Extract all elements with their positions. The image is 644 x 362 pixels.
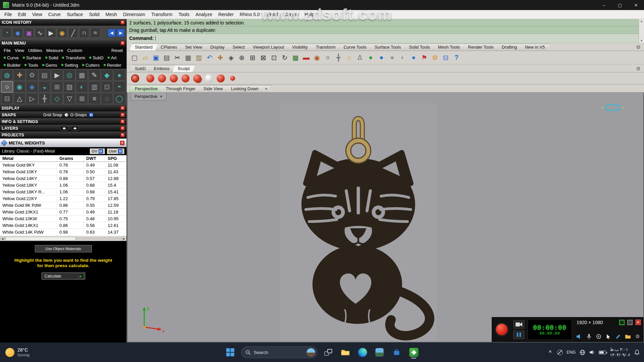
menu-analyze[interactable]: Analyze xyxy=(193,10,215,19)
start-button[interactable] xyxy=(224,345,237,359)
layer-visibility-icon[interactable] xyxy=(60,126,68,131)
zoom-window-icon[interactable]: ⊞ xyxy=(248,53,258,63)
tab-visibility[interactable]: Visibility xyxy=(287,44,313,51)
grid-tool-icon[interactable]: ⊞ xyxy=(51,81,63,93)
sphere-tool-icon[interactable]: ● xyxy=(113,69,125,81)
tray-expand-icon[interactable]: ^ xyxy=(547,348,553,356)
main-menu-curve[interactable]: Curve xyxy=(2,55,20,60)
flag-icon[interactable]: ⚑ xyxy=(419,53,429,63)
columns-tool-icon[interactable]: ▥ xyxy=(88,81,100,93)
rotate-view-icon[interactable]: ↻ xyxy=(280,53,290,63)
paste-icon[interactable]: ▥ xyxy=(194,53,204,63)
minus-box-tool-icon[interactable]: ⊟ xyxy=(1,93,13,104)
menu-curve[interactable]: Curve xyxy=(45,10,64,19)
menu-rhino-5-0[interactable]: Rhino 5.0 xyxy=(237,10,263,19)
dome-tool-icon[interactable]: ◒ xyxy=(39,81,51,93)
history-pick-icon[interactable]: ▶ xyxy=(46,28,56,38)
menu-blend[interactable]: Blend xyxy=(263,10,281,19)
main-menu-render[interactable]: Render xyxy=(102,63,123,68)
history-back-icon[interactable]: ◀ xyxy=(108,29,116,37)
close-icon[interactable]: ✕ xyxy=(120,126,125,130)
layer-visibility-icon[interactable] xyxy=(70,126,79,131)
column-header-grams[interactable]: Grams xyxy=(57,155,84,162)
metal-row[interactable]: White Gold:9K PdW0.860.5512.59 xyxy=(0,202,126,209)
metal-table-scrollbar[interactable]: ◀ ▶ xyxy=(0,236,126,241)
tab-select[interactable]: Select xyxy=(227,44,250,51)
open-file-icon[interactable]: ▱ xyxy=(140,53,150,63)
scroll-right-icon[interactable]: ▶ xyxy=(122,236,126,241)
move-icon[interactable]: ◈ xyxy=(226,53,236,63)
region-select-button[interactable] xyxy=(619,320,625,325)
close-button[interactable]: ✕ xyxy=(628,0,644,10)
volume-icon[interactable] xyxy=(589,348,595,356)
menu-mesh[interactable]: Mesh xyxy=(103,10,120,19)
main-menu-subd[interactable]: SubD xyxy=(88,55,105,60)
cut-icon[interactable]: ✂ xyxy=(172,53,182,63)
pointer-tool-icon[interactable]: ▶ xyxy=(51,69,63,81)
cutters-tool-icon[interactable]: ⊠ xyxy=(76,93,88,104)
tab-cplanes[interactable]: CPlanes xyxy=(155,44,182,51)
toolbar-options-icon[interactable]: ⚙ xyxy=(636,66,641,72)
cursor-icon[interactable] xyxy=(605,333,612,340)
osnaps-indicator[interactable] xyxy=(89,113,93,117)
main-menu-file[interactable]: File xyxy=(2,48,12,53)
pen-icon[interactable] xyxy=(615,333,622,340)
column-header-metal[interactable]: Metal xyxy=(0,155,57,162)
triangle-tool-icon[interactable]: △ xyxy=(13,93,25,104)
grid-snap-toggle[interactable]: Grid Snap xyxy=(43,113,62,117)
calculate-go-icon[interactable]: ▶ xyxy=(78,274,84,279)
wire-sphere-tool-icon[interactable]: ◍ xyxy=(1,69,13,81)
user-button[interactable]: User xyxy=(107,148,124,154)
column-header-dwt[interactable]: DWT xyxy=(84,155,105,162)
render-preview-icon[interactable]: ● xyxy=(376,53,386,63)
menu-transform[interactable]: Transform xyxy=(148,10,175,19)
zoom-dynamic-icon[interactable]: ⊕ xyxy=(237,53,247,63)
pause-button[interactable] xyxy=(513,330,525,339)
record-button[interactable] xyxy=(496,324,507,335)
circle-tool-icon[interactable]: ○ xyxy=(323,53,333,63)
search-input[interactable]: Search xyxy=(241,346,318,358)
gumball-icon[interactable]: ◉ xyxy=(312,53,322,63)
measure-icon[interactable]: Δ xyxy=(355,53,365,63)
gear-tool-icon[interactable]: ⚙ xyxy=(26,69,38,81)
box-tool-icon[interactable]: ⊡ xyxy=(101,81,113,93)
grid-toggle-icon[interactable]: ╋ xyxy=(333,53,343,63)
zoom-selected-icon[interactable]: ⊡ xyxy=(269,53,279,63)
maximize-button[interactable]: ▢ xyxy=(612,0,628,10)
viewport-title-menu[interactable]: Perspective ▼ xyxy=(131,93,166,101)
main-menu-solid[interactable]: Solid xyxy=(44,55,60,60)
main-menu-measure[interactable]: Measure xyxy=(45,48,65,53)
help-icon[interactable]: ? xyxy=(451,53,462,63)
metal-row[interactable]: White Gold:14KX10.860.5612.61 xyxy=(0,222,126,229)
gear-icon[interactable]: ⚙ xyxy=(634,333,641,340)
rendered-view-icon[interactable]: ● xyxy=(409,53,419,63)
copy-icon[interactable]: ▦ xyxy=(183,53,193,63)
tri-down-tool-icon[interactable]: ▽ xyxy=(63,93,75,104)
tab-surface-tools[interactable]: Surface Tools xyxy=(369,44,407,51)
close-icon[interactable]: ✕ xyxy=(120,113,125,117)
stone-setting-icon[interactable]: ◉ xyxy=(13,81,25,93)
store-button[interactable] xyxy=(390,345,403,359)
close-icon[interactable]: ✕ xyxy=(120,106,125,110)
command-input[interactable]: Command: xyxy=(127,34,644,43)
osnaps-toggle[interactable]: O-Snaps xyxy=(70,113,87,117)
sculpt-smooth-icon[interactable] xyxy=(169,73,179,83)
scroll-down-icon[interactable]: ▼ xyxy=(640,39,643,42)
tab-standard[interactable]: Standard xyxy=(129,44,158,51)
close-icon[interactable]: ✕ xyxy=(120,119,125,124)
weather-widget[interactable]: 28°C Sonnig xyxy=(0,343,35,362)
view-compass-icon[interactable] xyxy=(602,102,624,113)
language-indicator[interactable]: ENG xyxy=(567,348,576,356)
metal-row[interactable]: White Gold:14K PdW0.980.6314.37 xyxy=(0,229,126,236)
target-tool-icon[interactable]: ◎ xyxy=(63,69,75,81)
sculpt-pin-icon[interactable] xyxy=(227,73,237,83)
history-arc-icon[interactable]: ∩ xyxy=(79,28,89,38)
sketch-tool-icon[interactable]: ✎ xyxy=(88,69,100,81)
tab-emboss[interactable]: Emboss xyxy=(149,65,175,72)
viewport-layout-icon[interactable]: ▩ xyxy=(290,53,301,63)
zoom-extents-icon[interactable]: ⊠ xyxy=(258,53,268,63)
speaker-icon[interactable] xyxy=(576,333,583,340)
close-icon[interactable]: ✕ xyxy=(120,133,125,137)
diamond-tool-icon[interactable]: ◇ xyxy=(51,93,63,104)
history-circle-icon[interactable]: ◉ xyxy=(57,28,67,38)
